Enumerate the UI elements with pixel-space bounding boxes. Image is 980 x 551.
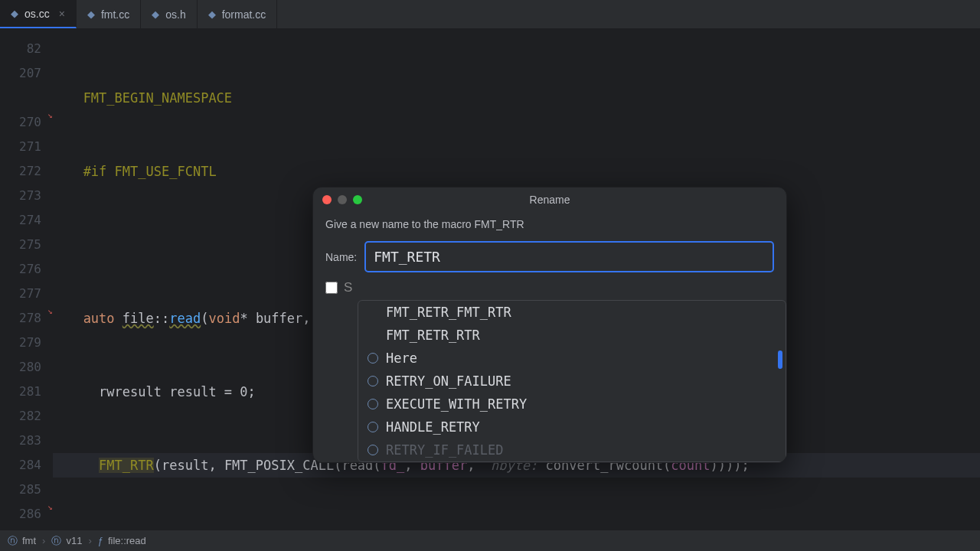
scope-checkbox[interactable] [325,282,338,294]
rename-input[interactable] [364,241,774,272]
tab-label: os.h [165,8,185,21]
window-controls [322,195,362,204]
dialog-title: Rename [530,194,570,206]
suggestions-list: FMT_RETR_FMT_RTR FMT_RETR_RTR Here RETRY… [358,300,786,462]
file-icon: ◆ [152,8,159,20]
gutter: 82 207 270 271 272 273 274 275 276 277 2… [0,29,47,530]
tab-label: format.cc [222,8,266,21]
ai-icon [368,422,378,432]
close-icon[interactable]: × [59,8,65,20]
namespace-icon: ⓝ [51,534,61,548]
file-icon: ◆ [208,8,216,20]
maximize-window-icon[interactable] [353,195,362,204]
tab-os-cc[interactable]: ◆ os.cc × [0,0,77,28]
tab-label: fmt.cc [101,8,129,21]
function-icon: ƒ [98,535,103,546]
dialog-description: Give a new name to the macro FMT_RTR [325,218,774,230]
file-icon: ◆ [87,8,95,20]
chevron-right-icon: › [88,535,91,546]
suggestion-item[interactable]: FMT_RETR_RTR [358,324,786,347]
override-icon: ↘ [47,110,53,120]
rename-dialog: Rename Give a new name to the macro FMT_… [312,187,787,463]
tab-label: os.cc [24,8,50,20]
dialog-titlebar[interactable]: Rename [313,187,786,212]
minimize-window-icon [338,195,347,204]
tab-format-cc[interactable]: ◆ format.cc [198,0,278,28]
breadcrumb-item[interactable]: fmt [22,535,36,546]
breadcrumb-item[interactable]: file::read [108,535,146,546]
scope-label: S [344,280,352,295]
ai-icon [368,353,378,364]
close-window-icon[interactable] [322,195,332,204]
tab-os-h[interactable]: ◆ os.h [141,0,197,28]
breadcrumb-item[interactable]: v11 [66,535,82,546]
gutter-marks: ↘ ↘ ↘ [47,29,53,530]
suggestion-item[interactable]: HANDLE_RETRY [358,416,786,439]
suggestion-item[interactable]: FMT_RETR_FMT_RTR [358,301,786,324]
namespace-icon: ⓝ [8,534,18,548]
ai-icon [368,376,378,386]
ai-icon [368,445,378,455]
ai-icon [368,399,378,409]
override-icon: ↘ [47,306,53,316]
breadcrumb-bar: ⓝ fmt › ⓝ v11 › ƒ file::read [0,530,980,551]
file-icon: ◆ [11,8,18,19]
scrollbar-thumb[interactable] [778,350,782,369]
suggestion-item[interactable]: RETRY_IF_FAILED [358,439,786,461]
name-label: Name: [325,251,357,263]
suggestion-item[interactable]: EXECUTE_WITH_RETRY [358,393,786,416]
tab-fmt-cc[interactable]: ◆ fmt.cc [77,0,141,28]
override-icon: ↘ [47,502,53,512]
tab-bar: ◆ os.cc × ◆ fmt.cc ◆ os.h ◆ format.cc [0,0,980,29]
chevron-right-icon: › [42,535,45,546]
suggestion-item[interactable]: RETRY_ON_FAILURE [358,370,786,393]
suggestion-item[interactable]: Here [358,347,786,370]
